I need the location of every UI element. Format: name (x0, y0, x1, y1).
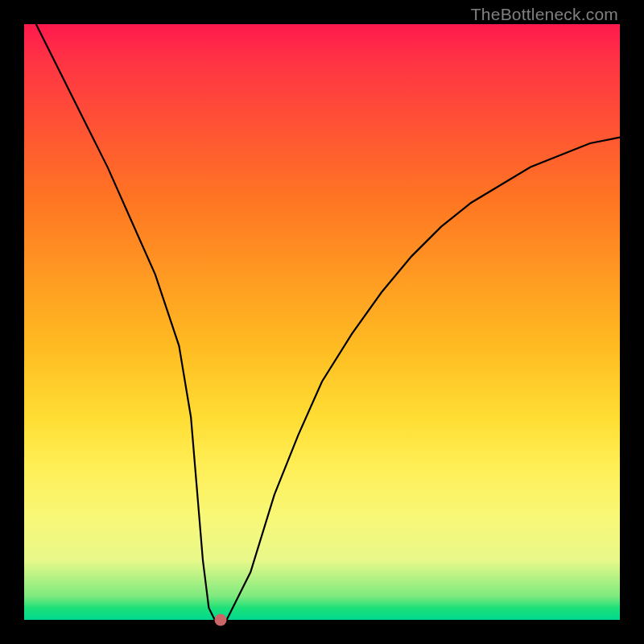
plot-area (24, 24, 620, 620)
bottleneck-curve (24, 24, 620, 620)
watermark-text: TheBottleneck.com (471, 5, 618, 24)
optimal-point-marker (215, 614, 227, 626)
